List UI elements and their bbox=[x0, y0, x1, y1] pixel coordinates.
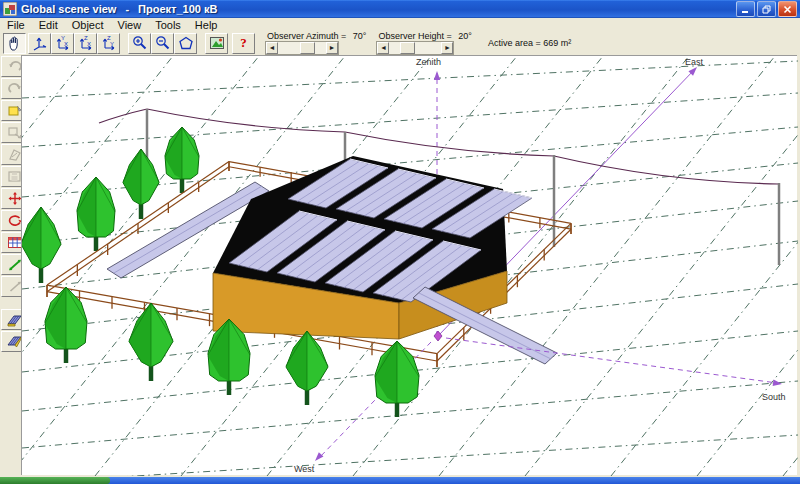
azimuth-right-arrow[interactable]: ► bbox=[326, 42, 338, 54]
height-slider[interactable]: ◄ ► bbox=[376, 41, 454, 55]
close-button[interactable] bbox=[778, 1, 797, 17]
main-toolbar: YX ZX ZY bbox=[0, 31, 800, 55]
help-icon: ? bbox=[240, 35, 247, 51]
active-area-label: Active area = bbox=[488, 38, 541, 48]
scene-render-button[interactable] bbox=[205, 33, 228, 54]
polygon-icon bbox=[177, 35, 195, 51]
project-name: Проект_100 кВ bbox=[138, 3, 217, 15]
height-right-arrow[interactable]: ► bbox=[441, 42, 453, 54]
height-value: 20° bbox=[458, 31, 472, 41]
height-left-arrow[interactable]: ◄ bbox=[377, 42, 389, 54]
help-button[interactable]: ? bbox=[232, 33, 255, 54]
azimuth-label: Observer Azimuth = bbox=[267, 31, 346, 41]
window-title: Global scene view bbox=[21, 3, 116, 15]
taskbar[interactable] bbox=[0, 477, 800, 484]
axes-yz-icon: ZY bbox=[100, 35, 118, 51]
start-button-fragment[interactable] bbox=[0, 477, 110, 484]
height-label: Observer Height = bbox=[378, 31, 451, 41]
menu-help[interactable]: Help bbox=[188, 19, 225, 31]
south-label: South bbox=[762, 392, 786, 402]
view-xy-button[interactable]: YX bbox=[51, 33, 74, 54]
scene-viewport[interactable]: Zenith East South West bbox=[21, 55, 797, 475]
east-label: East bbox=[685, 57, 703, 67]
zenith-label: Zenith bbox=[416, 57, 441, 67]
view-xz-button[interactable]: ZX bbox=[74, 33, 97, 54]
title-separator: - bbox=[125, 3, 129, 15]
axes-xy-icon: YX bbox=[54, 35, 72, 51]
axes-xz-icon: ZX bbox=[77, 35, 95, 51]
azimuth-left-arrow[interactable]: ◄ bbox=[266, 42, 278, 54]
view-3d-button[interactable] bbox=[28, 33, 51, 54]
svg-text:X: X bbox=[64, 41, 68, 47]
azimuth-value: 70° bbox=[353, 31, 367, 41]
zoom-window-button[interactable] bbox=[174, 33, 197, 54]
scene-canvas[interactable] bbox=[22, 56, 798, 476]
app-window: Global scene view - Проект_100 кВ File E… bbox=[0, 0, 800, 477]
scene-render-icon bbox=[208, 35, 226, 51]
view-yz-button[interactable]: ZY bbox=[97, 33, 120, 54]
zoom-out-icon bbox=[154, 35, 172, 51]
axes-3d-icon bbox=[31, 35, 49, 51]
zoom-in-button[interactable] bbox=[128, 33, 151, 54]
azimuth-slider[interactable]: ◄ ► bbox=[265, 41, 339, 55]
observer-azimuth-group: Observer Azimuth = 70° ◄ ► bbox=[265, 31, 366, 55]
west-label: West bbox=[294, 464, 314, 474]
restore-button[interactable] bbox=[757, 1, 776, 17]
menu-object[interactable]: Object bbox=[65, 19, 111, 31]
height-thumb[interactable] bbox=[400, 42, 415, 54]
zoom-out-button[interactable] bbox=[151, 33, 174, 54]
app-icon bbox=[3, 2, 17, 16]
menu-file[interactable]: File bbox=[0, 19, 32, 31]
minimize-button[interactable] bbox=[736, 1, 755, 17]
active-area-value: 669 m² bbox=[543, 38, 571, 48]
hand-icon bbox=[6, 35, 24, 51]
azimuth-thumb[interactable] bbox=[300, 42, 315, 54]
zoom-in-icon bbox=[131, 35, 149, 51]
menu-tools[interactable]: Tools bbox=[148, 19, 188, 31]
titlebar: Global scene view - Проект_100 кВ bbox=[0, 0, 800, 18]
menubar: File Edit Object View Tools Help bbox=[0, 18, 800, 31]
menu-edit[interactable]: Edit bbox=[32, 19, 65, 31]
observer-height-group: Observer Height = 20° ◄ ► bbox=[376, 31, 471, 55]
svg-text:Y: Y bbox=[110, 41, 114, 47]
menu-view[interactable]: View bbox=[111, 19, 149, 31]
svg-text:X: X bbox=[87, 41, 91, 47]
pan-button[interactable] bbox=[3, 33, 26, 54]
